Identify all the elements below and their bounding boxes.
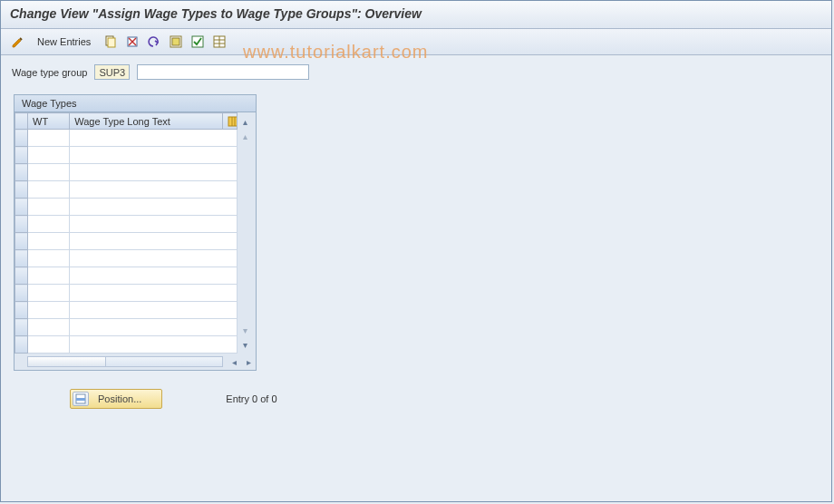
- row-selector[interactable]: [15, 319, 28, 336]
- table-row: [15, 181, 238, 199]
- cell-wt[interactable]: [28, 302, 70, 319]
- cell-long-text[interactable]: [70, 302, 238, 319]
- svg-rect-12: [228, 117, 238, 126]
- cell-wt[interactable]: [28, 164, 70, 181]
- cell-wt[interactable]: [28, 336, 70, 354]
- scroll-right-icon[interactable]: ▸: [241, 354, 256, 369]
- table-settings-icon[interactable]: [210, 33, 228, 51]
- cell-wt[interactable]: [28, 319, 70, 336]
- cell-long-text[interactable]: [70, 216, 238, 233]
- cell-long-text[interactable]: [70, 319, 238, 336]
- delete-icon[interactable]: [123, 33, 141, 51]
- position-icon: [73, 392, 89, 406]
- row-selector[interactable]: [15, 130, 28, 147]
- select-all-rows[interactable]: [15, 113, 28, 130]
- scroll-up-icon-2[interactable]: ▴: [238, 129, 252, 143]
- row-selector[interactable]: [15, 250, 28, 267]
- change-mode-icon[interactable]: [8, 33, 26, 51]
- app-window: Change View "Assign Wage Types to Wage T…: [0, 0, 832, 502]
- svg-rect-1: [108, 38, 115, 47]
- table-row: [15, 164, 238, 181]
- cell-wt[interactable]: [28, 199, 70, 216]
- wage-type-group-code[interactable]: SUP3: [94, 64, 130, 80]
- column-wt[interactable]: WT: [28, 113, 70, 130]
- deselect-all-icon[interactable]: [189, 33, 207, 51]
- table-row: [15, 302, 238, 319]
- svg-rect-6: [172, 38, 179, 45]
- table-row: [15, 147, 238, 164]
- row-selector[interactable]: [15, 216, 28, 233]
- wage-type-group-description[interactable]: [137, 64, 309, 80]
- cell-wt[interactable]: [28, 250, 70, 267]
- position-button[interactable]: Position...: [70, 389, 162, 409]
- row-selector[interactable]: [15, 147, 28, 164]
- cell-long-text[interactable]: [70, 199, 238, 216]
- wage-types-table: WT Wage Type Long Text: [15, 112, 238, 354]
- cell-long-text[interactable]: [70, 147, 238, 164]
- table-row: [15, 250, 238, 267]
- cell-wt[interactable]: [28, 147, 70, 164]
- scroll-down-icon-2[interactable]: ▾: [238, 323, 252, 337]
- cell-long-text[interactable]: [70, 164, 238, 181]
- cell-long-text[interactable]: [70, 336, 238, 354]
- svg-rect-16: [76, 398, 85, 401]
- wage-types-panel: Wage Types WT Wage Type Long Text: [14, 94, 257, 371]
- cell-long-text[interactable]: [70, 233, 238, 250]
- page-title: Change View "Assign Wage Types to Wage T…: [1, 1, 831, 29]
- row-selector[interactable]: [15, 267, 28, 285]
- position-button-label: Position...: [98, 393, 141, 404]
- cell-long-text[interactable]: [70, 250, 238, 267]
- row-selector[interactable]: [15, 181, 28, 199]
- row-selector[interactable]: [15, 336, 28, 354]
- new-entries-button[interactable]: New Entries: [30, 33, 98, 51]
- column-long-text[interactable]: Wage Type Long Text: [70, 113, 223, 130]
- row-selector[interactable]: [15, 233, 28, 250]
- scroll-left-icon[interactable]: ◂: [227, 354, 241, 369]
- table-row: [15, 319, 238, 336]
- row-selector[interactable]: [15, 302, 28, 319]
- footer: Position... Entry 0 of 0: [1, 376, 831, 422]
- cell-long-text[interactable]: [70, 130, 238, 147]
- configure-columns-icon[interactable]: [222, 113, 237, 130]
- wage-types-panel-title: Wage Types: [15, 95, 256, 112]
- copy-icon[interactable]: [102, 33, 120, 51]
- filter-row: Wage type group SUP3: [1, 55, 831, 89]
- undo-icon[interactable]: [145, 33, 163, 51]
- table-row: [15, 267, 238, 285]
- cell-wt[interactable]: [28, 233, 70, 250]
- cell-long-text[interactable]: [70, 267, 238, 285]
- row-selector[interactable]: [15, 285, 28, 302]
- row-selector[interactable]: [15, 199, 28, 216]
- wage-type-group-label: Wage type group: [12, 67, 87, 78]
- cell-wt[interactable]: [28, 285, 70, 302]
- table-row: [15, 216, 238, 233]
- cell-wt[interactable]: [28, 216, 70, 233]
- table-row: [15, 130, 238, 147]
- cell-wt[interactable]: [28, 130, 70, 147]
- scroll-down-icon[interactable]: ▾: [238, 337, 252, 352]
- select-all-icon[interactable]: [167, 33, 185, 51]
- horizontal-scrollbar[interactable]: ◂ ▸: [15, 354, 256, 370]
- cell-wt[interactable]: [28, 267, 70, 285]
- table-row: [15, 233, 238, 250]
- cell-wt[interactable]: [28, 181, 70, 199]
- vertical-scrollbar[interactable]: ▴ ▴ ▾ ▾: [238, 112, 254, 354]
- table-row: [15, 285, 238, 302]
- table-row: [15, 336, 238, 354]
- scroll-up-icon[interactable]: ▴: [238, 114, 252, 129]
- cell-long-text[interactable]: [70, 181, 238, 199]
- toolbar: New Entries: [1, 29, 831, 55]
- svg-rect-7: [192, 36, 203, 47]
- cell-long-text[interactable]: [70, 285, 238, 302]
- table-row: [15, 199, 238, 216]
- row-selector[interactable]: [15, 164, 28, 181]
- entry-count-text: Entry 0 of 0: [226, 393, 276, 404]
